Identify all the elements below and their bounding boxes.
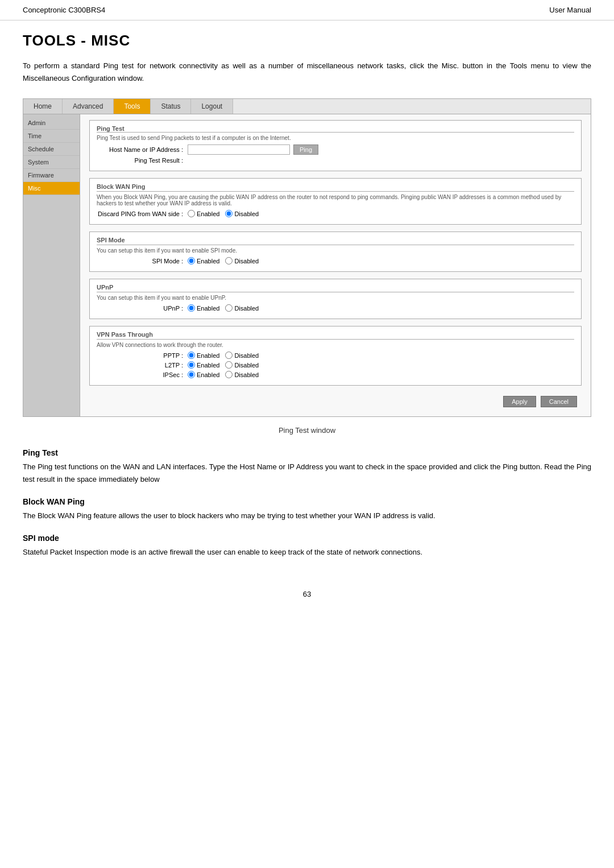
- spi-disabled-label: Disabled: [234, 258, 259, 264]
- section-heading-0: Ping Test: [23, 448, 591, 457]
- l2tp-disabled-label: Disabled: [234, 362, 259, 369]
- block-wan-ping-section: Block WAN Ping When you Block WAN Ping, …: [89, 178, 582, 225]
- ipsec-disabled-option[interactable]: Disabled: [225, 371, 259, 378]
- spi-mode-desc: You can setup this item if you want to e…: [97, 247, 574, 254]
- nav-advanced[interactable]: Advanced: [63, 99, 114, 114]
- header-left: Conceptronic C300BRS4: [23, 6, 105, 14]
- block-wan-label: Discard PING from WAN side :: [97, 210, 188, 217]
- block-wan-enabled-radio[interactable]: [188, 210, 195, 217]
- main-panel: Ping Test Ping Test is used to send Ping…: [80, 114, 591, 416]
- pptp-enabled-radio[interactable]: [188, 352, 195, 359]
- pptp-row: PPTP : Enabled Disabled: [97, 352, 574, 359]
- ping-button[interactable]: Ping: [293, 144, 318, 155]
- block-wan-desc: When you Block WAN Ping, you are causing…: [97, 194, 574, 206]
- pptp-label: PPTP :: [97, 352, 188, 359]
- ipsec-enabled-option[interactable]: Enabled: [188, 371, 219, 378]
- upnp-enabled-radio[interactable]: [188, 304, 195, 312]
- footer-buttons: Apply Cancel: [89, 392, 582, 411]
- section-heading-2: SPI mode: [23, 534, 591, 543]
- upnp-disabled-radio[interactable]: [225, 304, 233, 312]
- l2tp-enabled-radio[interactable]: [188, 361, 195, 369]
- sidebar-firmware[interactable]: Firmware: [23, 169, 80, 182]
- nav-logout[interactable]: Logout: [191, 99, 233, 114]
- page-number: 63: [0, 578, 614, 610]
- nav-status[interactable]: Status: [151, 99, 191, 114]
- ipsec-disabled-label: Disabled: [234, 371, 259, 378]
- upnp-desc: You can setup this item if you want to e…: [97, 295, 574, 301]
- sidebar-misc[interactable]: Misc: [23, 182, 80, 195]
- upnp-radio-group: Enabled Disabled: [188, 304, 259, 312]
- ipsec-row: IPSec : Enabled Disabled: [97, 371, 574, 378]
- upnp-section: UPnP You can setup this item if you want…: [89, 279, 582, 319]
- pptp-disabled-radio[interactable]: [225, 352, 233, 359]
- body-section-1: Block WAN Ping The Block WAN Ping featur…: [23, 497, 591, 522]
- ping-test-section: Ping Test Ping Test is used to send Ping…: [89, 120, 582, 171]
- spi-mode-section: SPI Mode You can setup this item if you …: [89, 232, 582, 272]
- section-text-2: Stateful Packet Inspection mode is an ac…: [23, 546, 591, 559]
- ipsec-enabled-label: Enabled: [197, 371, 219, 378]
- ping-test-desc: Ping Test is used to send Ping packets t…: [97, 135, 574, 141]
- l2tp-label: L2TP :: [97, 362, 188, 369]
- upnp-label: UPnP :: [97, 305, 188, 312]
- block-wan-radio-group: Enabled Disabled: [188, 210, 259, 217]
- l2tp-disabled-radio[interactable]: [225, 361, 233, 369]
- ping-result-row: Ping Test Result :: [97, 157, 574, 164]
- sidebar-admin[interactable]: Admin: [23, 117, 80, 130]
- pptp-disabled-label: Disabled: [234, 352, 259, 359]
- l2tp-disabled-option[interactable]: Disabled: [225, 361, 259, 369]
- body-section-0: Ping Test The Ping test functions on the…: [23, 448, 591, 486]
- spi-enabled-option[interactable]: Enabled: [188, 257, 219, 264]
- ipsec-enabled-radio[interactable]: [188, 371, 195, 378]
- ping-result-label: Ping Test Result :: [97, 157, 188, 164]
- sidebar-schedule[interactable]: Schedule: [23, 143, 80, 156]
- block-wan-enabled-label: Enabled: [197, 210, 219, 217]
- upnp-disabled-label: Disabled: [234, 305, 259, 312]
- ping-host-input[interactable]: [188, 144, 290, 155]
- pptp-radio-group: Enabled Disabled: [188, 352, 259, 359]
- header-right: User Manual: [549, 6, 591, 14]
- vpn-title: VPN Pass Through: [97, 331, 153, 338]
- upnp-disabled-option[interactable]: Disabled: [225, 304, 259, 312]
- ping-test-title: Ping Test: [97, 125, 125, 132]
- apply-button[interactable]: Apply: [503, 396, 536, 407]
- section-text-1: The Block WAN Ping feature allows the us…: [23, 510, 591, 522]
- upnp-title: UPnP: [97, 284, 113, 291]
- page-title: TOOLS - MISC: [23, 32, 591, 49]
- ipsec-radio-group: Enabled Disabled: [188, 371, 259, 378]
- pptp-enabled-label: Enabled: [197, 352, 219, 359]
- page-content: TOOLS - MISC To perform a standard Ping …: [0, 20, 614, 578]
- pptp-disabled-option[interactable]: Disabled: [225, 352, 259, 359]
- vpn-desc: Allow VPN connections to work through th…: [97, 342, 574, 348]
- l2tp-enabled-label: Enabled: [197, 362, 219, 369]
- caption: Ping Test window: [23, 426, 591, 435]
- cancel-button[interactable]: Cancel: [541, 396, 577, 407]
- ipsec-label: IPSec :: [97, 371, 188, 378]
- l2tp-enabled-option[interactable]: Enabled: [188, 361, 219, 369]
- upnp-row: UPnP : Enabled Disabled: [97, 304, 574, 312]
- block-wan-enabled-option[interactable]: Enabled: [188, 210, 219, 217]
- spi-disabled-radio[interactable]: [225, 257, 233, 264]
- nav-home[interactable]: Home: [23, 99, 63, 114]
- l2tp-radio-group: Enabled Disabled: [188, 361, 259, 369]
- l2tp-row: L2TP : Enabled Disabled: [97, 361, 574, 369]
- upnp-enabled-option[interactable]: Enabled: [188, 304, 219, 312]
- ping-host-label: Host Name or IP Address :: [97, 146, 188, 153]
- block-wan-disabled-radio[interactable]: [225, 210, 233, 217]
- ipsec-disabled-radio[interactable]: [225, 371, 233, 378]
- sidebar-time[interactable]: Time: [23, 130, 80, 143]
- upnp-enabled-label: Enabled: [197, 305, 219, 312]
- section-text-0: The Ping test functions on the WAN and L…: [23, 461, 591, 486]
- block-wan-row: Discard PING from WAN side : Enabled Dis…: [97, 210, 574, 217]
- block-wan-title: Block WAN Ping: [97, 183, 146, 190]
- sidebar-system[interactable]: System: [23, 156, 80, 169]
- block-wan-disabled-option[interactable]: Disabled: [225, 210, 259, 217]
- spi-enabled-radio[interactable]: [188, 257, 195, 264]
- pptp-enabled-option[interactable]: Enabled: [188, 352, 219, 359]
- spi-mode-radio-group: Enabled Disabled: [188, 257, 259, 264]
- nav-tools[interactable]: Tools: [114, 99, 151, 114]
- vpn-section: VPN Pass Through Allow VPN connections t…: [89, 326, 582, 386]
- spi-mode-label: SPI Mode :: [97, 258, 188, 264]
- intro-text: To perform a standard Ping test for netw…: [23, 60, 591, 85]
- ping-host-row: Host Name or IP Address : Ping: [97, 144, 574, 155]
- spi-disabled-option[interactable]: Disabled: [225, 257, 259, 264]
